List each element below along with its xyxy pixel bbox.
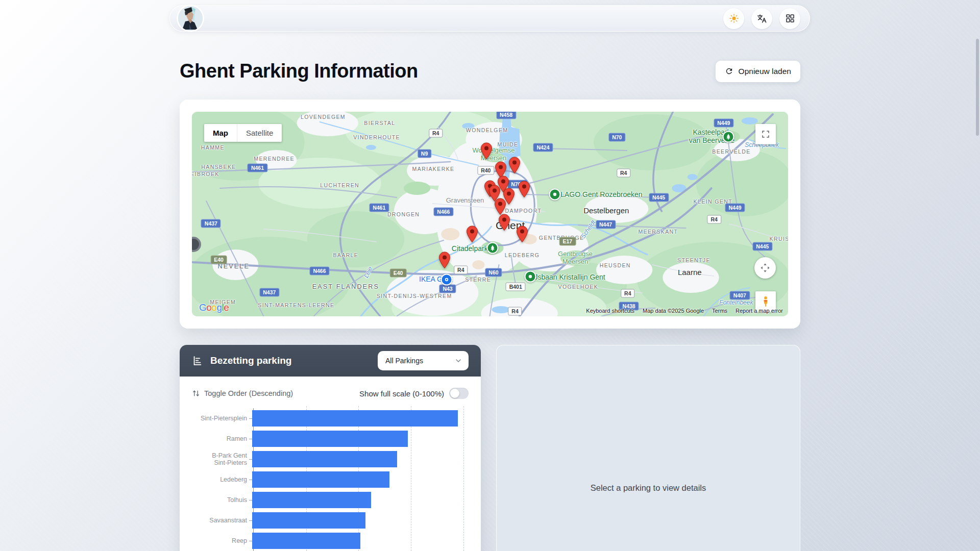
avatar-illustration xyxy=(178,6,203,31)
bar-zone xyxy=(252,469,469,490)
header-actions xyxy=(723,8,805,29)
translate-icon xyxy=(756,13,767,24)
bar-row: Tolhuis xyxy=(192,490,469,510)
scrollbar-thumb[interactable] xyxy=(976,39,979,136)
map-markers-layer xyxy=(192,112,788,316)
occupancy-card-header: Bezetting parking All Parkings xyxy=(180,345,481,377)
full-scale-label: Show full scale (0-100%) xyxy=(359,389,444,398)
map-type-satellite[interactable]: Satellite xyxy=(237,124,282,142)
toggle-order-button[interactable]: Toggle Order (Descending) xyxy=(192,389,293,397)
occupancy-bar[interactable] xyxy=(252,512,365,529)
bar-chart-icon xyxy=(192,355,203,366)
refresh-icon xyxy=(725,67,733,76)
parking-map-marker[interactable] xyxy=(517,226,528,245)
parking-map-marker[interactable] xyxy=(466,226,478,245)
category-label: Ledeberg xyxy=(192,476,247,483)
parking-map-marker[interactable] xyxy=(518,181,530,200)
reload-button[interactable]: Opnieuw laden xyxy=(716,61,800,82)
keyboard-shortcuts-link[interactable]: Keyboard shortcuts xyxy=(586,308,634,314)
page-container: Ghent Parking Information Opnieuw laden xyxy=(180,0,800,551)
pegman-icon xyxy=(761,296,771,307)
bar-zone xyxy=(252,510,469,531)
category-label: Sint-Pietersplein xyxy=(192,415,247,422)
report-error-link[interactable]: Report a map error xyxy=(736,308,783,314)
top-header xyxy=(169,5,810,32)
parking-map-marker[interactable] xyxy=(499,214,510,233)
category-label: B-Park Gent Sint-Pieters xyxy=(192,452,247,467)
occupancy-bar[interactable] xyxy=(252,431,408,447)
bar-row: Reep xyxy=(192,531,469,551)
title-row: Ghent Parking Information Opnieuw laden xyxy=(180,60,800,82)
parking-filter-value: All Parkings xyxy=(385,357,423,365)
category-label: Reep xyxy=(192,537,247,544)
pan-control[interactable] xyxy=(754,257,776,279)
bar-zone xyxy=(252,429,469,449)
category-label: Ramen xyxy=(192,435,247,442)
bar-zone xyxy=(252,490,469,510)
reload-label: Opnieuw laden xyxy=(739,67,791,76)
detail-placeholder-text: Select a parking to view details xyxy=(591,483,706,493)
parking-map-marker[interactable] xyxy=(439,252,451,271)
occupancy-bar[interactable] xyxy=(252,451,397,467)
occupancy-title: Bezetting parking xyxy=(210,355,291,366)
detail-card: Select a parking to view details xyxy=(496,345,800,551)
parking-map-marker[interactable] xyxy=(480,142,492,162)
full-scale-toggle[interactable] xyxy=(449,388,469,399)
language-toggle-button[interactable] xyxy=(751,8,772,29)
bar-zone xyxy=(252,408,469,429)
google-logo[interactable]: Google xyxy=(199,302,229,313)
user-avatar[interactable] xyxy=(178,6,203,31)
toggle-knob xyxy=(450,389,459,398)
toggle-order-label: Toggle Order (Descending) xyxy=(204,389,293,397)
chart-controls-row: Toggle Order (Descending) Show full scal… xyxy=(192,388,469,399)
map-card: LOVENDEGEMBIERSTALVINDERHOUTEWONDELGEMMU… xyxy=(180,99,800,329)
terms-link[interactable]: Terms xyxy=(712,308,727,314)
layout-toggle-button[interactable] xyxy=(779,8,800,29)
pan-arrows-icon xyxy=(760,262,771,273)
category-label: Savaanstraat xyxy=(192,517,247,524)
occupancy-card: Bezetting parking All Parkings Tog xyxy=(180,345,481,551)
bar-row: Ramen xyxy=(192,429,469,449)
map-attribution: Keyboard shortcuts Map data ©2025 Google… xyxy=(586,308,783,314)
map-type-map[interactable]: Map xyxy=(204,124,237,142)
bar-zone xyxy=(252,449,469,469)
bar-zone xyxy=(252,531,469,551)
google-map[interactable]: LOVENDEGEMBIERSTALVINDERHOUTEWONDELGEMMU… xyxy=(192,112,788,316)
parking-filter-select[interactable]: All Parkings xyxy=(378,351,469,370)
sort-arrows-icon xyxy=(192,389,200,397)
bar-row: Sint-Pietersplein xyxy=(192,408,469,429)
occupancy-bar[interactable] xyxy=(252,471,389,488)
page-title: Ghent Parking Information xyxy=(180,60,418,82)
sun-icon xyxy=(729,13,739,23)
map-type-control: Map Satellite xyxy=(204,124,282,142)
fullscreen-icon xyxy=(761,130,770,139)
theme-toggle-button[interactable] xyxy=(723,8,744,29)
occupancy-bar[interactable] xyxy=(252,492,371,508)
full-scale-control: Show full scale (0-100%) xyxy=(359,388,469,399)
bar-row: Savaanstraat xyxy=(192,510,469,531)
bottom-row: Bezetting parking All Parkings Tog xyxy=(180,345,800,551)
occupancy-bar[interactable] xyxy=(252,533,360,549)
parking-map-marker[interactable] xyxy=(508,157,520,176)
map-data-text: Map data ©2025 Google xyxy=(643,308,704,314)
dashboard-icon xyxy=(785,13,795,23)
chevron-down-icon xyxy=(454,357,462,365)
bar-row: Ledeberg xyxy=(192,469,469,490)
fullscreen-button[interactable] xyxy=(755,124,776,144)
category-label: Tolhuis xyxy=(192,496,247,504)
occupancy-chart: Sint-PieterspleinRamenB-Park Gent Sint-P… xyxy=(192,408,469,551)
chart-rows: Sint-PieterspleinRamenB-Park Gent Sint-P… xyxy=(192,408,469,551)
occupancy-card-body: Toggle Order (Descending) Show full scal… xyxy=(180,388,481,551)
occupancy-bar[interactable] xyxy=(252,410,458,427)
bar-row: B-Park Gent Sint-Pieters xyxy=(192,449,469,469)
